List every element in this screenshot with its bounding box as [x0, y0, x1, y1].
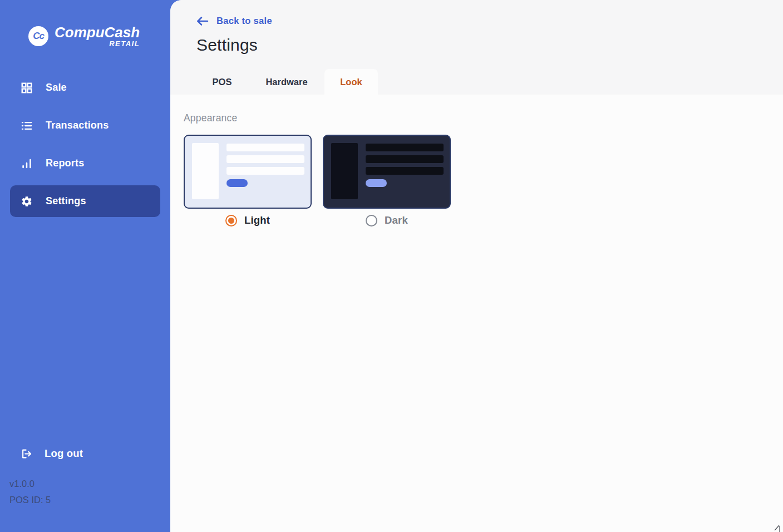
tab-look[interactable]: Look	[324, 69, 378, 95]
main-panel: Back to sale Settings POS Hardware Look …	[170, 0, 783, 532]
list-icon	[21, 120, 33, 132]
preview-line-shape	[366, 155, 444, 163]
preview-line-shape	[226, 167, 304, 175]
pos-id: POS ID: 5	[9, 492, 170, 508]
radio-selected-icon	[225, 215, 237, 226]
theme-options: Light Dark	[184, 135, 783, 226]
preview-line-shape	[226, 144, 304, 151]
dark-theme-radio[interactable]: Dark	[323, 214, 451, 226]
arrow-left-icon	[196, 16, 209, 26]
radio-label-light: Light	[244, 214, 270, 226]
light-theme-preview[interactable]	[184, 135, 312, 209]
brand-name: CompuCash	[55, 24, 140, 40]
grid-icon	[21, 82, 33, 94]
brand-logo-icon: Cc	[28, 26, 48, 46]
brand-logo: Cc CompuCash RETAIL	[28, 24, 160, 48]
sidebar-nav: Sale Transactions Reports	[0, 72, 170, 217]
sidebar-item-transactions[interactable]: Transactions	[10, 110, 160, 141]
look-settings-content: Appearance Light	[170, 95, 783, 226]
logout-icon	[21, 447, 33, 460]
dark-theme-preview[interactable]	[323, 135, 451, 209]
app-version: v1.0.0	[9, 476, 170, 492]
page-title: Settings	[196, 36, 258, 55]
sidebar-item-reports[interactable]: Reports	[10, 147, 160, 179]
sidebar-spacer	[0, 217, 170, 441]
light-theme-radio[interactable]: Light	[184, 214, 312, 226]
brand-text: CompuCash RETAIL	[55, 24, 140, 48]
tab-pos[interactable]: POS	[195, 69, 249, 95]
preview-line-shape	[366, 167, 444, 175]
tab-hardware[interactable]: Hardware	[260, 69, 313, 95]
sidebar-item-sale[interactable]: Sale	[10, 72, 160, 104]
theme-option-light: Light	[184, 135, 312, 226]
settings-tabs: POS Hardware Look	[195, 69, 378, 95]
app-root: Cc CompuCash RETAIL Sale	[0, 0, 783, 532]
brand-subtitle: RETAIL	[109, 40, 140, 48]
sidebar-item-label: Sale	[46, 82, 67, 93]
sidebar-item-settings[interactable]: Settings	[10, 185, 160, 217]
radio-label-dark: Dark	[385, 214, 408, 226]
back-to-sale-link[interactable]: Back to sale	[196, 16, 272, 26]
appearance-section-label: Appearance	[184, 112, 783, 124]
radio-unselected-icon	[366, 215, 377, 226]
preview-sidebar-shape	[331, 143, 358, 199]
version-block: v1.0.0 POS ID: 5	[9, 476, 170, 508]
theme-option-dark: Dark	[323, 135, 451, 226]
cursor-artifact	[774, 524, 782, 532]
bar-chart-icon	[21, 157, 33, 170]
sidebar-item-label: Transactions	[46, 120, 109, 131]
preview-button-shape	[226, 179, 248, 187]
logout-label: Log out	[45, 447, 83, 460]
back-link-label: Back to sale	[216, 16, 272, 26]
sidebar-item-label: Settings	[46, 195, 86, 207]
preview-button-shape	[366, 179, 387, 187]
preview-sidebar-shape	[192, 143, 219, 199]
sidebar: Cc CompuCash RETAIL Sale	[0, 0, 170, 532]
brand-monogram: Cc	[33, 31, 44, 42]
settings-header: Back to sale Settings POS Hardware Look	[170, 0, 783, 95]
preview-line-shape	[366, 144, 444, 151]
preview-line-shape	[226, 155, 304, 163]
gear-icon	[21, 195, 33, 208]
logout-button[interactable]: Log out	[21, 441, 160, 466]
sidebar-item-label: Reports	[46, 157, 84, 169]
